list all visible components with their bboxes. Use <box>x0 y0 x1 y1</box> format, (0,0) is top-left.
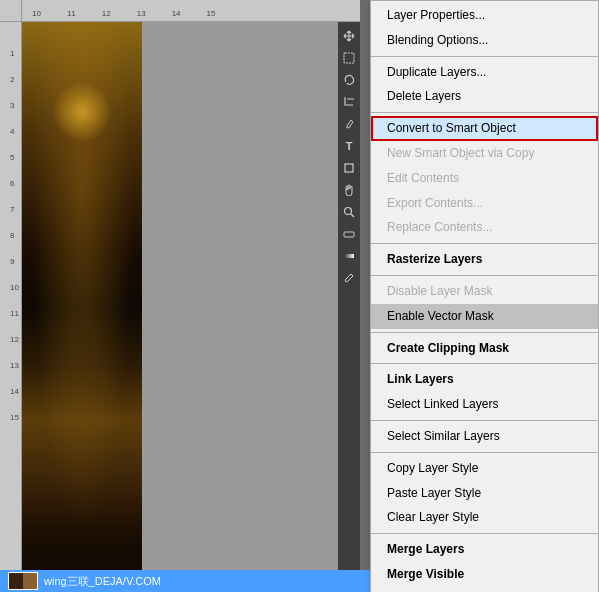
ruler-mark: 10 <box>10 284 19 292</box>
menu-separator <box>371 420 598 421</box>
menu-clear-layer-style[interactable]: Clear Layer Style <box>371 505 598 530</box>
layer-thumbnail <box>8 572 38 590</box>
layer-thumb-left <box>9 573 23 589</box>
toolbar: T <box>338 22 360 592</box>
menu-create-clipping[interactable]: Create Clipping Mask <box>371 336 598 361</box>
toolbar-eyedropper[interactable] <box>339 268 359 288</box>
menu-separator <box>371 275 598 276</box>
glow-effect <box>52 82 112 142</box>
ruler-left: 1 2 3 4 5 6 7 8 9 10 11 12 13 14 15 <box>0 22 22 592</box>
ruler-mark: 14 <box>172 10 181 18</box>
ruler-mark: 2 <box>10 76 19 84</box>
menu-layer-properties[interactable]: Layer Properties... <box>371 3 598 28</box>
toolbar-shape[interactable] <box>339 158 359 178</box>
context-menu: Layer Properties... Blending Options... … <box>370 0 599 592</box>
ruler-mark: 6 <box>10 180 19 188</box>
svg-rect-4 <box>344 232 354 237</box>
ruler-mark: 14 <box>10 388 19 396</box>
menu-link-layers[interactable]: Link Layers <box>371 367 598 392</box>
svg-rect-0 <box>344 53 354 63</box>
menu-merge-layers[interactable]: Merge Layers <box>371 537 598 562</box>
ruler-mark: 9 <box>10 258 19 266</box>
menu-export-contents: Export Contents... <box>371 191 598 216</box>
toolbar-hand[interactable] <box>339 180 359 200</box>
ruler-mark: 3 <box>10 102 19 110</box>
menu-separator <box>371 363 598 364</box>
toolbar-crop[interactable] <box>339 92 359 112</box>
toolbar-brush[interactable] <box>339 114 359 134</box>
ruler-mark: 13 <box>137 10 146 18</box>
toolbar-move[interactable] <box>339 26 359 46</box>
ruler-mark: 11 <box>67 10 76 18</box>
toolbar-text[interactable]: T <box>339 136 359 156</box>
toolbar-select[interactable] <box>339 48 359 68</box>
ruler-top: 10 11 12 13 14 15 <box>22 0 360 22</box>
menu-separator <box>371 56 598 57</box>
menu-edit-contents: Edit Contents <box>371 166 598 191</box>
svg-point-2 <box>345 208 352 215</box>
layer-thumb-right <box>23 573 37 589</box>
menu-rasterize-layers[interactable]: Rasterize Layers <box>371 247 598 272</box>
svg-rect-1 <box>345 164 353 172</box>
ruler-mark: 1 <box>10 50 19 58</box>
menu-select-similar[interactable]: Select Similar Layers <box>371 424 598 449</box>
menu-separator <box>371 243 598 244</box>
svg-line-3 <box>351 214 354 217</box>
ruler-mark: 5 <box>10 154 19 162</box>
svg-rect-5 <box>344 254 354 258</box>
canvas-area: 10 11 12 13 14 15 1 2 3 4 5 6 7 8 9 10 1… <box>0 0 360 592</box>
toolbar-zoom[interactable] <box>339 202 359 222</box>
menu-new-smart-copy: New Smart Object via Copy <box>371 141 598 166</box>
ruler-mark: 4 <box>10 128 19 136</box>
menu-duplicate-layers[interactable]: Duplicate Layers... <box>371 60 598 85</box>
menu-copy-layer-style[interactable]: Copy Layer Style <box>371 456 598 481</box>
ruler-mark: 11 <box>10 310 19 318</box>
menu-merge-visible[interactable]: Merge Visible <box>371 562 598 587</box>
menu-enable-vector-mask[interactable]: Enable Vector Mask <box>371 304 598 329</box>
ruler-mark: 15 <box>10 414 19 422</box>
ruler-mark: 12 <box>102 10 111 18</box>
toolbar-eraser[interactable] <box>339 224 359 244</box>
ruler-mark: 8 <box>10 232 19 240</box>
ruler-mark: 7 <box>10 206 19 214</box>
menu-separator <box>371 533 598 534</box>
menu-separator <box>371 112 598 113</box>
ruler-mark: 10 <box>32 10 41 18</box>
menu-convert-smart[interactable]: Convert to Smart Object <box>371 116 598 141</box>
ruler-corner <box>0 0 22 22</box>
gray-canvas <box>142 22 360 592</box>
menu-paste-layer-style[interactable]: Paste Layer Style <box>371 481 598 506</box>
menu-disable-layer-mask: Disable Layer Mask <box>371 279 598 304</box>
menu-replace-contents: Replace Contents... <box>371 215 598 240</box>
menu-separator <box>371 452 598 453</box>
ruler-mark: 13 <box>10 362 19 370</box>
menu-delete-layers[interactable]: Delete Layers <box>371 84 598 109</box>
menu-flatten-image[interactable]: Flatten Image <box>371 587 598 592</box>
menu-select-linked[interactable]: Select Linked Layers <box>371 392 598 417</box>
toolbar-lasso[interactable] <box>339 70 359 90</box>
ruler-mark: 15 <box>207 10 216 18</box>
menu-separator <box>371 332 598 333</box>
ruler-mark: 12 <box>10 336 19 344</box>
menu-blending-options[interactable]: Blending Options... <box>371 28 598 53</box>
toolbar-gradient[interactable] <box>339 246 359 266</box>
layer-name: wing三联_DEJA/V.COM <box>44 574 161 589</box>
canvas-content <box>22 22 360 592</box>
